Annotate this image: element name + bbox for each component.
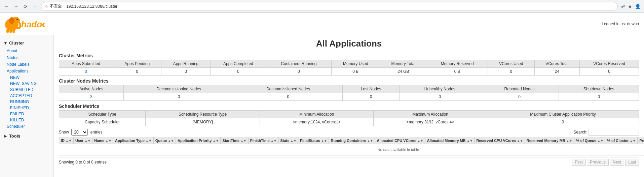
- show-label: Show: [59, 130, 69, 135]
- cm-link-0[interactable]: 0: [85, 69, 87, 74]
- at-th-apptype[interactable]: Application Type ▲▼: [113, 137, 154, 144]
- prev-btn[interactable]: Previous: [587, 159, 609, 166]
- svg-text:hadoop: hadoop: [21, 19, 45, 29]
- sidebar-item-accepted[interactable]: ACCEPTED: [0, 93, 53, 99]
- sort-arrows-user: ▲▼: [84, 139, 90, 143]
- sidebar-item-about[interactable]: About: [0, 48, 53, 54]
- security-icon: ⚠: [45, 4, 48, 8]
- at-th-finish[interactable]: FinishTime ▲▼: [248, 137, 278, 144]
- cm-th-10: VCores Reserved: [580, 60, 639, 68]
- cm-th-1: Apps Pending: [113, 60, 161, 68]
- sidebar-item-submitted[interactable]: SUBMITTED: [0, 87, 53, 93]
- sm-th-0: Scheduler Type: [59, 111, 146, 118]
- forward-button[interactable]: →: [13, 3, 20, 10]
- search-input[interactable]: [589, 129, 639, 136]
- at-th-cluster-pct[interactable]: % of Cluster ▲▼: [605, 137, 638, 144]
- cm-th-9: VCores Total: [534, 60, 579, 68]
- cm-td-0: 0: [59, 68, 113, 76]
- home-button[interactable]: ⌂: [32, 3, 38, 10]
- cluster-nodes-header: Cluster Nodes Metrics: [59, 78, 639, 84]
- next-btn[interactable]: Next: [610, 159, 624, 166]
- sidebar-item-scheduler[interactable]: Scheduler: [0, 123, 53, 130]
- sidebar-item-node-labels[interactable]: Node Labels: [0, 61, 53, 68]
- sort-arrows-running: ▲▼: [367, 139, 373, 143]
- sidebar-item-new-saving[interactable]: NEW_SAVING: [0, 81, 53, 87]
- sidebar-item-new[interactable]: NEW: [0, 75, 53, 81]
- search-label: Search:: [573, 130, 587, 135]
- first-btn[interactable]: First: [572, 159, 586, 166]
- cm-th-2: Apps Running: [161, 60, 210, 68]
- at-th-running[interactable]: Running Containers ▲▼: [329, 137, 375, 144]
- cnm-th-5: Rebooted Nodes: [480, 85, 559, 93]
- sidebar-item-killed[interactable]: KILLED: [0, 117, 53, 123]
- sort-arrows-resmem: ▲▼: [566, 139, 572, 143]
- translate-icon[interactable]: ☍: [620, 4, 625, 9]
- cnm-td-4: 0: [400, 93, 480, 101]
- reload-button[interactable]: ⟳: [22, 3, 29, 10]
- last-btn[interactable]: Last: [625, 159, 639, 166]
- cm-td-5: 0 B: [331, 68, 380, 76]
- cm-td-3: 0: [210, 68, 266, 76]
- cnm-th-0: Active Nodes: [59, 85, 124, 93]
- tools-arrow: ►: [3, 134, 8, 139]
- sort-arrows-final: ▲▼: [321, 139, 327, 143]
- at-th-priority[interactable]: Application Priority ▲▼: [176, 137, 220, 144]
- sidebar-tools-header[interactable]: ► Tools: [0, 131, 53, 141]
- logged-in-text: Logged in as: dr.who: [602, 22, 639, 26]
- at-th-mem[interactable]: Allocated Memory MB ▲▼: [425, 137, 475, 144]
- at-th-id[interactable]: ID ▲▼: [59, 137, 74, 144]
- cm-th-3: Apps Completed: [210, 60, 266, 68]
- sort-arrows-id: ▲▼: [66, 139, 72, 143]
- entries-select[interactable]: 10 20 25 50 100: [71, 129, 88, 136]
- security-label: 不安全: [50, 3, 62, 9]
- sm-td-2: <memory:1024, vCores:1>: [260, 118, 374, 126]
- url-text: 192.168.123.12:8088/cluster: [66, 4, 117, 9]
- sm-th-1: Scheduling Resource Type: [146, 111, 260, 118]
- svg-point-2: [16, 19, 18, 20]
- sm-th-4: Maximum Cluster Application Priority: [487, 111, 639, 118]
- at-th-start[interactable]: StartTime ▲▼: [221, 137, 248, 144]
- sidebar-item-running[interactable]: RUNNING: [0, 99, 53, 105]
- at-th-progress[interactable]: Progress ▲▼: [638, 137, 644, 144]
- cnm-th-1: Decommissioning Nodes: [124, 85, 234, 93]
- at-th-resmem[interactable]: Reserved Memory MB ▲▼: [525, 137, 574, 144]
- cm-th-7: Memory Reserved: [427, 60, 488, 68]
- cm-td-4: 0: [266, 68, 332, 76]
- sidebar-item-nodes[interactable]: Nodes: [0, 54, 53, 61]
- browser-icons: ☍ ★ 👤: [620, 4, 641, 9]
- table-footer: Showing 0 to 0 of 0 entries First Previo…: [59, 157, 639, 167]
- sort-arrows-apptype: ▲▼: [146, 139, 152, 143]
- at-th-state[interactable]: State ▲▼: [278, 137, 298, 144]
- sidebar-item-applications[interactable]: Applications: [0, 68, 53, 75]
- cnm-link-0[interactable]: 3: [90, 94, 92, 99]
- sort-arrows-rescpu: ▲▼: [517, 139, 523, 143]
- at-th-name[interactable]: Name ▲▼: [92, 137, 113, 144]
- cm-th-5: Memory Used: [331, 60, 380, 68]
- cnm-td-0: 3: [59, 93, 124, 101]
- at-th-finalstatus[interactable]: FinalStatus ▲▼: [298, 137, 329, 144]
- cm-th-0: Apps Submitted: [59, 60, 113, 68]
- at-th-user[interactable]: User ▲▼: [73, 137, 92, 144]
- address-text: |: [64, 4, 65, 9]
- scheduler-metrics-table: Scheduler Type Scheduling Resource Type …: [59, 110, 639, 126]
- cnm-td-3: 0: [342, 93, 400, 101]
- at-th-queue-pct[interactable]: % of Queue ▲▼: [574, 137, 605, 144]
- sidebar-item-finished[interactable]: FINISHED: [0, 105, 53, 111]
- bookmark-icon[interactable]: ★: [628, 4, 632, 9]
- no-data-row: No data available in table: [59, 144, 644, 155]
- search-area: Search:: [573, 129, 639, 136]
- cluster-section-header[interactable]: ▼ Cluster: [0, 38, 53, 48]
- at-th-queue[interactable]: Queue ▲▼: [153, 137, 176, 144]
- at-th-cpu[interactable]: Allocated CPU VCores ▲▼: [375, 137, 425, 144]
- profile-icon[interactable]: 👤: [635, 4, 641, 9]
- cnm-th-2: Decommissioned Nodes: [234, 85, 342, 93]
- at-th-rescpu[interactable]: Reserved CPU VCores ▲▼: [475, 137, 525, 144]
- cluster-label: Cluster: [9, 40, 24, 46]
- cm-th-6: Memory Total: [380, 60, 427, 68]
- back-button[interactable]: ←: [3, 3, 10, 10]
- browser-chrome: ← → ⟳ ⌂ ⚠ 不安全 | 192.168.123.12:8088/clus…: [0, 0, 644, 13]
- sidebar: ▼ Cluster About Nodes Node Labels Applic…: [0, 35, 54, 177]
- show-entries-area: Show 10 20 25 50 100 entries: [59, 129, 103, 136]
- address-bar[interactable]: ⚠ 不安全 | 192.168.123.12:8088/cluster: [41, 2, 618, 10]
- sidebar-item-failed[interactable]: FAILED: [0, 111, 53, 117]
